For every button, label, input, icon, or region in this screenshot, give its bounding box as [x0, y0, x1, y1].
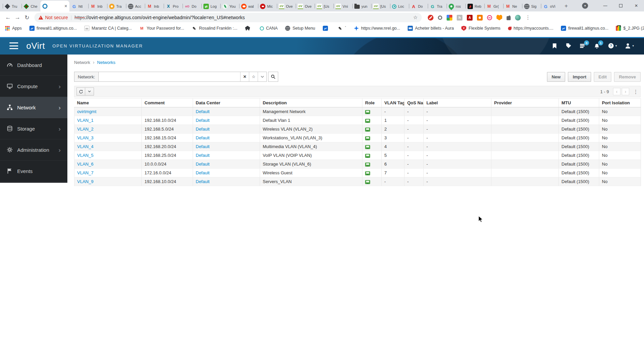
bookmark-item[interactable] [245, 26, 252, 31]
browser-tab[interactable]: Mic [258, 1, 277, 11]
browser-tab[interactable]: Do [183, 1, 201, 11]
network-name-link[interactable]: VLAN_9 [77, 179, 93, 184]
bookmark-item[interactable]: https://www.nrel.go... [354, 26, 400, 31]
bookmark-item[interactable]: https://myaccounts.... [508, 26, 553, 31]
network-row[interactable]: VLAN_3 192.168.15.0/24 Default Workstati… [74, 134, 641, 142]
extension-icon[interactable] [457, 15, 462, 21]
data-center-link[interactable]: Default [196, 127, 210, 132]
browser-tab[interactable]: Tru [3, 1, 22, 11]
browser-tab[interactable]: Ove [296, 1, 315, 11]
minimize-button[interactable]: — [598, 0, 613, 11]
sidebar-item-compute[interactable]: Compute › [0, 76, 67, 97]
search-caret-icon[interactable] [258, 72, 266, 81]
maximize-button[interactable] [613, 0, 629, 11]
extension-icon[interactable] [487, 15, 492, 20]
data-center-link[interactable]: Default [196, 135, 210, 140]
browser-tab[interactable]: Gr( [484, 1, 503, 11]
next-page-button[interactable]: › [622, 88, 629, 95]
browser-tab[interactable]: Inb [145, 1, 164, 11]
extension-icon[interactable] [477, 15, 483, 21]
breadcrumb-current[interactable]: Networks [97, 60, 115, 65]
close-button[interactable]: ✕ [629, 0, 644, 11]
browser-tab[interactable]: Sig [522, 1, 541, 11]
network-row[interactable]: ovirtmgmt Default Management Network - -… [74, 107, 641, 116]
search-star-icon[interactable]: ☆ [249, 72, 258, 81]
column-header[interactable]: Role [362, 99, 382, 107]
search-magnifier-button[interactable] [268, 72, 278, 82]
bookmark-item[interactable]: Flexible Systems [461, 26, 500, 31]
bookmark-item[interactable]: Your Password for... [139, 26, 184, 31]
new-tab-button[interactable]: + [562, 2, 571, 10]
browser-tab[interactable]: yun [352, 1, 371, 11]
chrome-menu-icon[interactable]: ⋮ [525, 14, 530, 21]
browser-tab[interactable]: Reb [465, 1, 484, 11]
back-button[interactable]: ← [3, 13, 13, 22]
browser-tab[interactable]: Log [201, 1, 220, 11]
tab-close-icon[interactable]: ✕ [64, 4, 67, 8]
browser-tab[interactable]: [Us [371, 1, 390, 11]
column-header[interactable]: VLAN Tag [382, 99, 405, 107]
column-header[interactable]: Provider [491, 99, 559, 107]
network-row[interactable]: VLAN_6 10.0.0.0/24 Default Storage VLAN … [74, 160, 641, 169]
data-center-link[interactable]: Default [196, 170, 210, 175]
extension-icon[interactable] [438, 15, 442, 20]
sidebar-item-events[interactable]: Events [0, 161, 67, 182]
bookmark-item[interactable]: Apps [5, 26, 22, 31]
network-name-link[interactable]: VLAN_7 [77, 170, 93, 175]
column-header[interactable]: Comment [142, 99, 193, 107]
not-secure-warning-icon[interactable] [38, 15, 43, 20]
bookmark-star-icon[interactable]: ☆ [413, 14, 418, 21]
browser-tab[interactable]: Pro [164, 1, 183, 11]
browser-tab[interactable]: ✕ [40, 1, 69, 11]
network-row[interactable]: VLAN_7 172.16.0.0/24 Default Wireless Gu… [74, 169, 641, 177]
not-secure-label[interactable]: Not secure [45, 15, 68, 20]
bookmark-item[interactable]: firewall1.altignus.co... [561, 26, 609, 31]
data-center-link[interactable]: Default [196, 144, 210, 149]
browser-tab[interactable]: Ove [277, 1, 296, 11]
user-menu-icon[interactable]: ▾ [625, 43, 634, 49]
alerts-bell-icon[interactable]: 1 [594, 43, 600, 49]
browser-tab[interactable]: Vni [333, 1, 352, 11]
browser-tab[interactable]: ros [447, 1, 465, 11]
action-button[interactable]: New [547, 72, 566, 82]
data-center-link[interactable]: Default [196, 118, 210, 123]
data-center-link[interactable]: Default [196, 162, 210, 167]
browser-tab[interactable]: You [220, 1, 239, 11]
bookmark-item[interactable]: Rosalind Franklin :... [192, 26, 237, 31]
help-icon[interactable]: ? ▾ [608, 43, 617, 49]
extension-icon[interactable] [496, 15, 502, 21]
network-row[interactable]: VLAN_2 192.168.5.0/24 Default Wireless V… [74, 125, 641, 134]
extension-icon[interactable] [447, 15, 452, 21]
network-row[interactable]: VLAN_9 192.168.10.0/24 Default Servers_V… [74, 177, 641, 186]
sidebar-item-network[interactable]: Network › [0, 97, 67, 118]
extension-icon[interactable] [515, 15, 521, 21]
browser-tab[interactable]: wal [239, 1, 258, 11]
browser-tab[interactable]: Tra [107, 1, 126, 11]
column-header[interactable]: MTU [559, 99, 599, 107]
column-header[interactable]: Name [74, 99, 142, 107]
network-name-link[interactable]: VLAN_2 [77, 127, 93, 132]
network-name-link[interactable]: VLAN_6 [77, 162, 93, 167]
table-kebab-menu-icon[interactable]: ⋮ [633, 89, 638, 94]
hamburger-menu-icon[interactable] [9, 42, 18, 49]
search-clear-icon[interactable]: ✕ [240, 72, 249, 81]
browser-tab[interactable]: htt [69, 1, 88, 11]
sidebar-item-storage[interactable]: Storage › [0, 118, 67, 139]
browser-tab[interactable]: Do [409, 1, 428, 11]
network-name-link[interactable]: VLAN_3 [77, 135, 93, 140]
bookmark-item[interactable]: Setup Menu [285, 26, 315, 31]
browser-tab[interactable]: Che [22, 1, 40, 11]
bookmark-item[interactable]: $_2.JPG (200×113) [616, 26, 644, 31]
browser-tab[interactable]: Ne [503, 1, 522, 11]
reload-button[interactable]: ↻ [22, 13, 32, 22]
network-row[interactable]: VLAN_1 192.168.10.0/24 Default Default V… [74, 116, 641, 125]
search-input[interactable] [99, 72, 240, 81]
column-header[interactable]: Description [260, 99, 362, 107]
sidebar-item-dashboard[interactable]: Dashboard [0, 55, 67, 76]
browser-tab[interactable]: Acc [126, 1, 145, 11]
network-name-link[interactable]: VLAN_1 [77, 118, 93, 123]
browser-tab[interactable]: [Us [315, 1, 333, 11]
extension-icon[interactable] [507, 16, 511, 20]
column-header[interactable]: Label [424, 99, 491, 107]
prev-page-button[interactable]: ‹ [613, 88, 620, 95]
